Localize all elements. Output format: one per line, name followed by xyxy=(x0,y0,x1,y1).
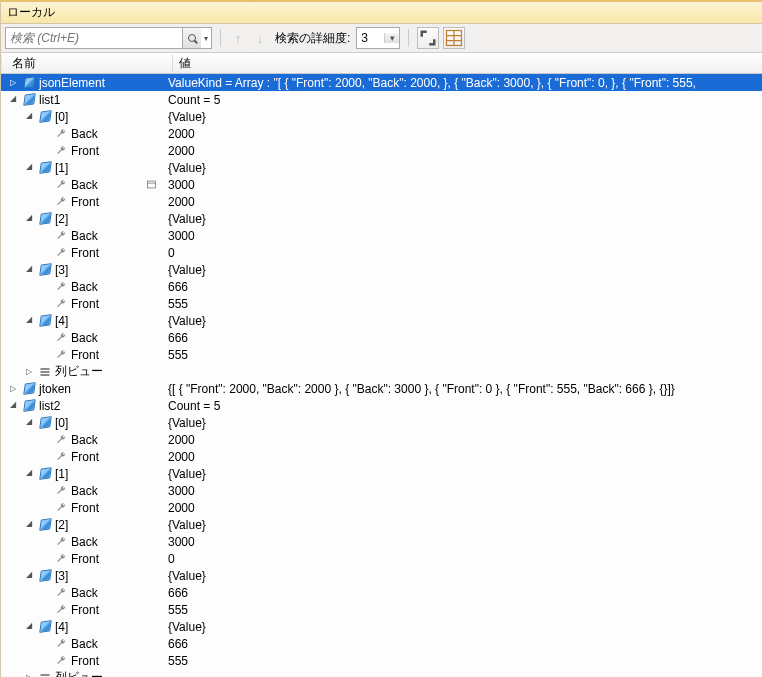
name-cell[interactable]: Front xyxy=(1,193,161,210)
value-cell[interactable]: {Value} xyxy=(161,110,762,124)
search-box[interactable]: ▾ xyxy=(5,27,212,49)
value-cell[interactable]: {Value} xyxy=(161,314,762,328)
value-cell[interactable]: 2000 xyxy=(161,195,762,209)
depth-dropdown-icon[interactable]: ▾ xyxy=(384,33,399,43)
tree-row[interactable]: Front0 xyxy=(1,550,762,567)
tree-row[interactable]: Back3000 xyxy=(1,482,762,499)
value-cell[interactable]: 3000 xyxy=(161,535,762,549)
name-cell[interactable]: Back xyxy=(1,176,161,193)
tree-row[interactable]: [4]{Value} xyxy=(1,618,762,635)
name-cell[interactable]: Front xyxy=(1,652,161,669)
name-cell[interactable]: [3] xyxy=(1,261,161,278)
value-cell[interactable]: Count = 5 xyxy=(161,399,762,413)
name-cell[interactable]: Front xyxy=(1,142,161,159)
value-cell[interactable]: 2000 xyxy=(161,501,762,515)
tree-row[interactable]: jtoken{[ { "Front": 2000, "Back": 2000 }… xyxy=(1,380,762,397)
show-in-grid-button[interactable] xyxy=(443,27,465,49)
tree-row[interactable]: list1Count = 5 xyxy=(1,91,762,108)
value-cell[interactable]: 3000 xyxy=(161,178,762,192)
value-cell[interactable]: {Value} xyxy=(161,161,762,175)
collapse-icon[interactable] xyxy=(23,213,35,225)
tree-row[interactable]: [1]{Value} xyxy=(1,159,762,176)
value-cell[interactable]: 0 xyxy=(161,246,762,260)
value-cell[interactable]: 666 xyxy=(161,331,762,345)
tree-row[interactable]: Front555 xyxy=(1,295,762,312)
value-cell[interactable]: Count = 5 xyxy=(161,93,762,107)
tree-collapse-button[interactable] xyxy=(417,27,439,49)
value-cell[interactable]: 666 xyxy=(161,280,762,294)
name-cell[interactable]: [1] xyxy=(1,465,161,482)
tree-row[interactable]: jsonElementValueKind = Array : "[ { "Fro… xyxy=(1,74,762,91)
watch-tree[interactable]: jsonElementValueKind = Array : "[ { "Fro… xyxy=(1,74,762,677)
value-cell[interactable]: 666 xyxy=(161,637,762,651)
name-cell[interactable]: Back xyxy=(1,227,161,244)
tree-row[interactable]: Back2000 xyxy=(1,125,762,142)
name-cell[interactable]: Back xyxy=(1,329,161,346)
expand-icon[interactable] xyxy=(23,366,35,378)
name-cell[interactable]: list2 xyxy=(1,397,161,414)
name-cell[interactable]: jsonElement xyxy=(1,74,161,91)
collapse-icon[interactable] xyxy=(23,621,35,633)
tree-row[interactable]: 列ビュー xyxy=(1,669,762,677)
value-cell[interactable]: {Value} xyxy=(161,416,762,430)
value-cell[interactable]: {Value} xyxy=(161,620,762,634)
value-cell[interactable]: {Value} xyxy=(161,518,762,532)
expand-icon[interactable] xyxy=(7,383,19,395)
tree-row[interactable]: 列ビュー xyxy=(1,363,762,380)
tree-row[interactable]: [1]{Value} xyxy=(1,465,762,482)
header-name[interactable]: 名前 xyxy=(1,55,173,72)
search-next-button[interactable]: ↓ xyxy=(251,29,269,47)
tree-row[interactable]: Front0 xyxy=(1,244,762,261)
name-cell[interactable]: [0] xyxy=(1,414,161,431)
value-cell[interactable]: 3000 xyxy=(161,484,762,498)
tree-row[interactable]: Back666 xyxy=(1,635,762,652)
name-cell[interactable]: [4] xyxy=(1,312,161,329)
name-cell[interactable]: Back xyxy=(1,482,161,499)
name-cell[interactable]: Front xyxy=(1,295,161,312)
name-cell[interactable]: list1 xyxy=(1,91,161,108)
name-cell[interactable]: Back xyxy=(1,584,161,601)
panel-title-bar[interactable]: ローカル xyxy=(1,2,762,24)
tree-row[interactable]: Front2000 xyxy=(1,499,762,516)
collapse-icon[interactable] xyxy=(23,264,35,276)
tree-row[interactable]: Front2000 xyxy=(1,142,762,159)
tree-row[interactable]: Front2000 xyxy=(1,193,762,210)
collapse-icon[interactable] xyxy=(23,417,35,429)
collapse-icon[interactable] xyxy=(23,315,35,327)
name-cell[interactable]: [2] xyxy=(1,516,161,533)
tree-row[interactable]: [0]{Value} xyxy=(1,414,762,431)
value-cell[interactable]: 666 xyxy=(161,586,762,600)
tree-row[interactable]: Front555 xyxy=(1,346,762,363)
value-cell[interactable]: 555 xyxy=(161,348,762,362)
value-cell[interactable]: 555 xyxy=(161,654,762,668)
search-input[interactable] xyxy=(6,29,182,47)
value-cell[interactable]: 3000 xyxy=(161,229,762,243)
tree-row[interactable]: [3]{Value} xyxy=(1,567,762,584)
tree-row[interactable]: Front555 xyxy=(1,601,762,618)
search-prev-button[interactable]: ↑ xyxy=(229,29,247,47)
value-cell[interactable]: 2000 xyxy=(161,127,762,141)
name-cell[interactable]: Back xyxy=(1,125,161,142)
value-cell[interactable]: 555 xyxy=(161,603,762,617)
header-value[interactable]: 値 xyxy=(173,55,762,72)
tree-row[interactable]: [3]{Value} xyxy=(1,261,762,278)
name-cell[interactable]: Back xyxy=(1,533,161,550)
name-cell[interactable]: [0] xyxy=(1,108,161,125)
name-cell[interactable]: jtoken xyxy=(1,380,161,397)
collapse-icon[interactable] xyxy=(23,468,35,480)
tree-row[interactable]: Back666 xyxy=(1,329,762,346)
collapse-icon[interactable] xyxy=(7,400,19,412)
tree-row[interactable]: [2]{Value} xyxy=(1,210,762,227)
name-cell[interactable]: Back xyxy=(1,431,161,448)
tree-row[interactable]: Back666 xyxy=(1,584,762,601)
tree-row[interactable]: Back666 xyxy=(1,278,762,295)
name-cell[interactable]: Back xyxy=(1,635,161,652)
collapse-icon[interactable] xyxy=(7,94,19,106)
expand-icon[interactable] xyxy=(23,672,35,678)
name-cell[interactable]: Front xyxy=(1,346,161,363)
tree-row[interactable]: Front2000 xyxy=(1,448,762,465)
name-cell[interactable]: Back xyxy=(1,278,161,295)
name-cell[interactable]: [3] xyxy=(1,567,161,584)
name-cell[interactable]: Front xyxy=(1,499,161,516)
value-cell[interactable]: 2000 xyxy=(161,433,762,447)
